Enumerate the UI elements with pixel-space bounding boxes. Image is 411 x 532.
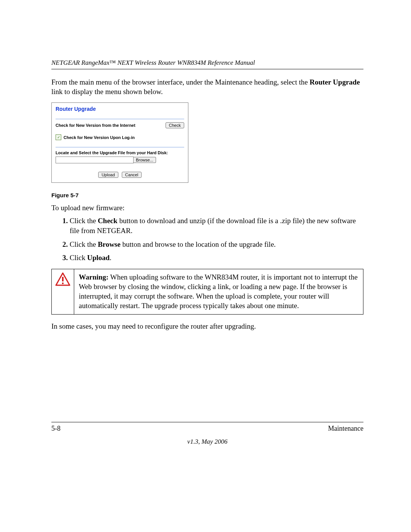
intro-paragraph: From the main menu of the browser interf… — [51, 78, 363, 96]
warning-box: Warning: When uploading software to the … — [51, 269, 363, 315]
locate-file-label: Locate and Select the Upgrade File from … — [56, 150, 184, 155]
section-name: Maintenance — [328, 425, 363, 433]
step-3: Click Upload. — [70, 253, 363, 263]
step-2: Click the Browse button and browse to th… — [70, 240, 363, 249]
step-2-c: button and browse to the location of the… — [121, 240, 276, 248]
svg-rect-1 — [62, 277, 64, 281]
file-path-input[interactable] — [56, 157, 134, 163]
panel-title: Router Upgrade — [56, 106, 184, 112]
after-warning-paragraph: In some cases, you may need to reconfigu… — [51, 322, 363, 331]
router-upgrade-panel: Router Upgrade Check for New Version fro… — [51, 102, 188, 183]
login-check-checkbox[interactable]: ✓ — [56, 134, 61, 140]
running-header: NETGEAR RangeMax™ NEXT Wireless Router W… — [51, 59, 363, 67]
step-2-bold: Browse — [98, 240, 121, 248]
footer-rule — [51, 422, 363, 422]
cancel-button[interactable]: Cancel — [122, 172, 142, 178]
header-rule — [51, 69, 363, 69]
svg-rect-2 — [62, 283, 64, 284]
warning-triangle-icon — [55, 272, 70, 286]
version-line: v1.3, May 2006 — [51, 438, 363, 446]
upload-button[interactable]: Upload — [98, 172, 118, 178]
step-3-bold: Upload — [87, 254, 110, 262]
panel-divider — [56, 119, 184, 119]
intro-pre: From the main menu of the browser interf… — [51, 78, 309, 86]
warning-label: Warning: — [79, 273, 108, 281]
check-button[interactable]: Check — [166, 122, 184, 128]
panel-divider-2 — [56, 147, 184, 147]
warning-body: When uploading software to the WNR834M r… — [79, 273, 358, 310]
warning-text-cell: Warning: When uploading software to the … — [74, 269, 363, 314]
browse-button[interactable]: Browse... — [134, 157, 156, 163]
step-1: Click the Check button to download and u… — [70, 216, 363, 235]
step-3-a: Click — [70, 254, 87, 262]
page-number: 5-8 — [51, 425, 61, 433]
upload-intro: To upload new firmware: — [51, 204, 363, 212]
figure-caption: Figure 5-7 — [51, 192, 363, 198]
intro-post: link to display the menu shown below. — [51, 88, 163, 96]
step-2-a: Click the — [70, 240, 98, 248]
step-1-a: Click the — [70, 217, 98, 225]
check-version-label: Check for New Version from the Internet — [56, 123, 135, 128]
step-3-c: . — [110, 254, 112, 262]
login-check-label: Check for New Version Upon Log-in — [64, 135, 135, 140]
intro-bold: Router Upgrade — [309, 78, 360, 86]
steps-list: Click the Check button to download and u… — [51, 216, 363, 263]
step-1-bold: Check — [98, 217, 118, 225]
